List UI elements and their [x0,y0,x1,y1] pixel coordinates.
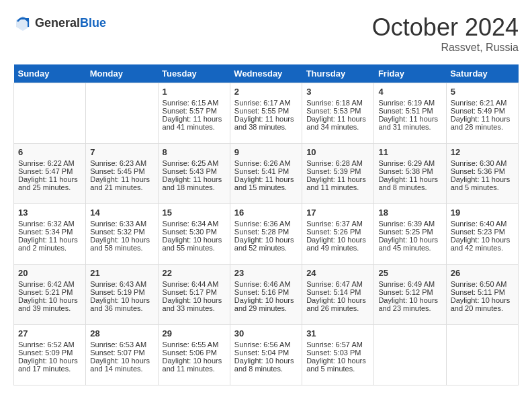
calendar-cell: 17Sunrise: 6:37 AMSunset: 5:26 PMDayligh… [302,204,374,265]
day-number: 10 [306,147,369,157]
calendar-cell: 24Sunrise: 6:47 AMSunset: 5:14 PMDayligh… [302,265,374,325]
calendar-cell: 21Sunrise: 6:43 AMSunset: 5:19 PMDayligh… [86,265,158,325]
daylight-text: Daylight: 10 hours and 20 minutes. [451,296,514,312]
day-number: 18 [378,208,441,218]
sunset-text: Sunset: 5:30 PM [163,228,226,236]
calendar-table: SundayMondayTuesdayWednesdayThursdayFrid… [13,64,519,385]
logo-text-general: General [35,16,80,30]
sunrise-text: Sunrise: 6:53 AM [90,340,153,349]
sunset-text: Sunset: 5:06 PM [163,349,226,357]
day-number: 8 [163,147,226,157]
week-row-2: 6Sunrise: 6:22 AMSunset: 5:47 PMDaylight… [14,144,519,204]
day-number: 21 [90,268,153,278]
location: Rassvet, Russia [372,42,519,54]
calendar-cell: 18Sunrise: 6:39 AMSunset: 5:25 PMDayligh… [374,204,446,265]
day-number: 28 [90,328,153,338]
day-number: 2 [234,87,298,97]
daylight-text: Daylight: 10 hours and 14 minutes. [90,357,153,373]
week-row-3: 13Sunrise: 6:32 AMSunset: 5:34 PMDayligh… [14,204,519,265]
day-number: 23 [234,268,298,278]
daylight-text: Daylight: 10 hours and 42 minutes. [451,236,514,252]
day-number: 13 [18,208,81,218]
sunrise-text: Sunrise: 6:50 AM [451,280,514,288]
month-title: October 2024 [372,13,519,42]
sunset-text: Sunset: 5:34 PM [18,228,81,236]
day-number: 27 [18,328,81,338]
sunrise-text: Sunrise: 6:25 AM [163,159,226,167]
sunrise-text: Sunrise: 6:55 AM [163,340,226,349]
calendar-cell [14,83,86,144]
week-row-5: 27Sunrise: 6:52 AMSunset: 5:09 PMDayligh… [14,325,519,385]
daylight-text: Daylight: 10 hours and 17 minutes. [18,357,81,373]
day-header-thursday: Thursday [302,64,374,83]
sunrise-text: Sunrise: 6:22 AM [18,159,81,167]
daylight-text: Daylight: 10 hours and 26 minutes. [306,296,369,312]
sunset-text: Sunset: 5:49 PM [451,107,514,115]
sunset-text: Sunset: 5:43 PM [163,167,226,175]
day-number: 22 [163,268,226,278]
week-row-4: 20Sunrise: 6:42 AMSunset: 5:21 PMDayligh… [14,265,519,325]
calendar-cell: 28Sunrise: 6:53 AMSunset: 5:07 PMDayligh… [86,325,158,385]
sunrise-text: Sunrise: 6:40 AM [451,220,514,228]
day-number: 6 [18,147,81,157]
sunset-text: Sunset: 5:26 PM [306,228,369,236]
calendar-cell: 2Sunrise: 6:17 AMSunset: 5:55 PMDaylight… [230,83,302,144]
calendar-cell: 12Sunrise: 6:30 AMSunset: 5:36 PMDayligh… [446,144,518,204]
page-header: GeneralBlue October 2024 Rassvet, Russia [13,13,519,54]
daylight-text: Daylight: 10 hours and 5 minutes. [306,357,369,373]
day-number: 15 [163,208,226,218]
sunset-text: Sunset: 5:23 PM [451,228,514,236]
calendar-cell [374,325,446,385]
daylight-text: Daylight: 11 hours and 25 minutes. [18,175,81,191]
sunrise-text: Sunrise: 6:33 AM [90,220,153,228]
day-header-friday: Friday [374,64,446,83]
calendar-cell: 23Sunrise: 6:46 AMSunset: 5:16 PMDayligh… [230,265,302,325]
daylight-text: Daylight: 10 hours and 8 minutes. [234,357,298,373]
sunrise-text: Sunrise: 6:18 AM [306,99,369,107]
sunset-text: Sunset: 5:39 PM [306,167,369,175]
sunset-text: Sunset: 5:25 PM [378,228,441,236]
calendar-cell: 27Sunrise: 6:52 AMSunset: 5:09 PMDayligh… [14,325,86,385]
day-number: 30 [234,328,298,338]
sunrise-text: Sunrise: 6:36 AM [234,220,298,228]
sunrise-text: Sunrise: 6:17 AM [234,99,298,107]
sunset-text: Sunset: 5:12 PM [378,288,441,296]
sunset-text: Sunset: 5:21 PM [18,288,81,296]
sunrise-text: Sunrise: 6:39 AM [378,220,441,228]
calendar-cell: 9Sunrise: 6:26 AMSunset: 5:41 PMDaylight… [230,144,302,204]
sunrise-text: Sunrise: 6:34 AM [163,220,226,228]
daylight-text: Daylight: 10 hours and 33 minutes. [163,296,226,312]
day-number: 20 [18,268,81,278]
logo-text-blue: Blue [80,16,106,30]
sunset-text: Sunset: 5:57 PM [163,107,226,115]
day-number: 9 [234,147,298,157]
sunrise-text: Sunrise: 6:29 AM [378,159,441,167]
sunrise-text: Sunrise: 6:26 AM [234,159,298,167]
day-header-saturday: Saturday [446,64,518,83]
sunset-text: Sunset: 5:51 PM [378,107,441,115]
sunrise-text: Sunrise: 6:28 AM [306,159,369,167]
daylight-text: Daylight: 11 hours and 8 minutes. [378,175,441,191]
sunrise-text: Sunrise: 6:19 AM [378,99,441,107]
sunset-text: Sunset: 5:32 PM [90,228,153,236]
day-number: 29 [163,328,226,338]
sunrise-text: Sunrise: 6:43 AM [90,280,153,288]
day-header-tuesday: Tuesday [158,64,230,83]
title-block: October 2024 Rassvet, Russia [372,13,519,54]
sunset-text: Sunset: 5:41 PM [234,167,298,175]
sunset-text: Sunset: 5:55 PM [234,107,298,115]
day-number: 17 [306,208,369,218]
calendar-cell: 20Sunrise: 6:42 AMSunset: 5:21 PMDayligh… [14,265,86,325]
sunset-text: Sunset: 5:14 PM [306,288,369,296]
daylight-text: Daylight: 11 hours and 5 minutes. [451,175,514,191]
daylight-text: Daylight: 10 hours and 58 minutes. [90,236,153,252]
calendar-cell: 5Sunrise: 6:21 AMSunset: 5:49 PMDaylight… [446,83,518,144]
week-row-1: 1Sunrise: 6:15 AMSunset: 5:57 PMDaylight… [14,83,519,144]
calendar-cell: 15Sunrise: 6:34 AMSunset: 5:30 PMDayligh… [158,204,230,265]
calendar-cell: 31Sunrise: 6:57 AMSunset: 5:03 PMDayligh… [302,325,374,385]
day-number: 4 [378,87,441,97]
calendar-cell: 19Sunrise: 6:40 AMSunset: 5:23 PMDayligh… [446,204,518,265]
sunrise-text: Sunrise: 6:32 AM [18,220,81,228]
sunset-text: Sunset: 5:19 PM [90,288,153,296]
sunset-text: Sunset: 5:11 PM [451,288,514,296]
